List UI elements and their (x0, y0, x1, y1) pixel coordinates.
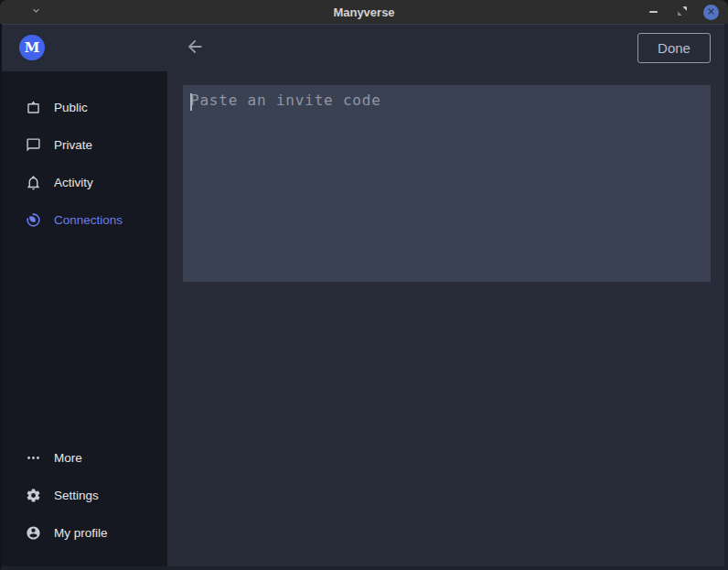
app-body: Public Private A (2, 71, 724, 566)
close-icon (706, 4, 716, 20)
chevron-down-icon (30, 4, 42, 20)
window-menu-button[interactable] (27, 4, 44, 20)
account-circle-icon (26, 525, 41, 541)
sidebar-item-label: Private (54, 138, 92, 152)
titlebar: Manyverse (0, 0, 728, 24)
app-frame: M Done (0, 24, 728, 570)
gear-icon (26, 488, 41, 503)
sidebar-item-private[interactable]: Private (2, 126, 167, 164)
restore-icon (677, 4, 688, 20)
text-cursor (190, 93, 192, 111)
message-icon (26, 137, 41, 153)
sidebar-item-label: More (54, 451, 82, 465)
sidebar-item-my-profile[interactable]: My profile (2, 514, 167, 552)
sidebar-item-public[interactable]: Public (2, 89, 167, 126)
sidebar-item-activity[interactable]: Activity (2, 164, 167, 201)
minimize-icon (649, 11, 658, 13)
window-title: Manyverse (0, 5, 728, 19)
arrow-left-icon (185, 37, 205, 60)
connections-icon (26, 212, 41, 228)
sidebar-item-label: My profile (54, 526, 108, 540)
invite-code-input[interactable] (183, 85, 711, 282)
sidebar-spacer (2, 239, 167, 439)
close-button[interactable] (703, 5, 719, 20)
sidebar: Public Private A (2, 71, 167, 566)
done-button[interactable]: Done (637, 33, 711, 63)
minimize-button[interactable] (645, 4, 661, 20)
sidebar-item-label: Activity (54, 176, 93, 189)
bulletin-board-icon (26, 100, 41, 115)
sidebar-item-label: Public (54, 101, 88, 114)
sidebar-item-settings[interactable]: Settings (2, 477, 167, 514)
invite-code-area (183, 85, 711, 282)
sidebar-item-connections[interactable]: Connections (2, 201, 167, 239)
dots-horizontal-icon (26, 450, 41, 466)
back-button[interactable] (184, 38, 206, 59)
window-controls (645, 0, 719, 24)
main-content (167, 71, 724, 566)
sidebar-item-label: Connections (54, 213, 123, 227)
bell-icon (26, 175, 41, 190)
app-header: M Done (2, 24, 724, 71)
sidebar-item-more[interactable]: More (2, 439, 167, 477)
manyverse-window: Manyverse (0, 0, 728, 570)
restore-button[interactable] (674, 4, 691, 20)
sidebar-item-label: Settings (54, 489, 99, 502)
manyverse-logo: M (19, 35, 45, 60)
